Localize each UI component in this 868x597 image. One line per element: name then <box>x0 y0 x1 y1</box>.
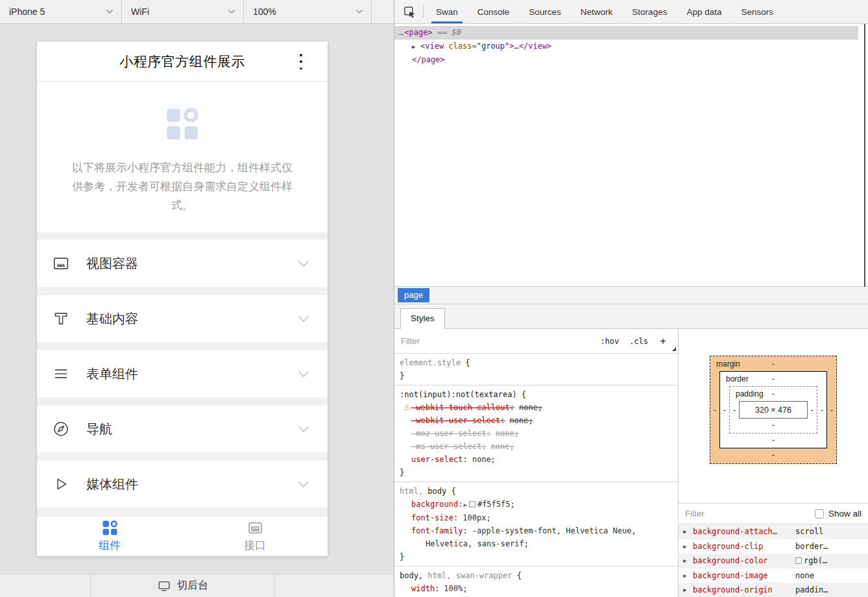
section-item-navigation[interactable]: 导航 <box>37 406 328 452</box>
monitor-icon <box>157 579 171 593</box>
element-row-view[interactable]: ▶<view class="group">…</view> <box>394 40 868 53</box>
show-all-checkbox[interactable] <box>815 509 824 518</box>
border-label: border <box>726 372 749 386</box>
chevron-down-icon <box>106 9 114 14</box>
devtools-tab-sensors[interactable]: Sensors <box>731 0 783 23</box>
resize-corner-icon[interactable] <box>672 347 676 351</box>
computed-property-row[interactable]: ▶ background-color rgb(… <box>679 554 868 568</box>
computed-property-row[interactable]: ▶ background-clip border… <box>679 539 868 554</box>
breadcrumb-item-page[interactable]: page <box>398 288 429 302</box>
css-property[interactable]: width:100%; <box>400 582 645 595</box>
ide-window: iPhone 5 WiFi 100% 小程序官方组件展示 <box>0 0 868 597</box>
border-bottom-value: - <box>772 435 775 445</box>
border-top-value: - <box>772 374 775 384</box>
rule-selector: element.style <box>400 358 461 367</box>
style-rule-html-body[interactable]: html, body { background:▶#f5f5f5; font-s… <box>394 482 678 567</box>
tab-styles[interactable]: Styles <box>400 308 445 329</box>
tab-label: Console <box>477 7 510 17</box>
devtools-tab-console[interactable]: Console <box>468 0 520 23</box>
switch-background-button[interactable]: 切后台 <box>91 574 275 597</box>
color-swatch[interactable] <box>469 501 476 507</box>
box-model-padding[interactable]: padding- - 320 × 476 - - <box>729 386 817 433</box>
switch-background-label: 切后台 <box>177 579 208 592</box>
section-item-form-components[interactable]: 表单组件 <box>37 350 328 397</box>
computed-properties-list: ▶ background-attach… scroll ▶ background… <box>679 524 868 597</box>
pseudo-state-toggle[interactable]: :hov <box>600 337 619 346</box>
expand-arrow-icon[interactable]: ▶ <box>412 40 420 54</box>
element-classes-toggle[interactable]: .cls <box>629 337 648 346</box>
devtools-tab-storages[interactable]: Storages <box>622 0 677 23</box>
kebab-menu-icon[interactable] <box>298 54 304 69</box>
style-rule-element-style[interactable]: element.style { } <box>394 354 678 385</box>
css-property[interactable]: -webkit-user-select:none; <box>400 414 645 427</box>
tab-components[interactable]: 组件 <box>37 517 182 556</box>
style-rule-not-input[interactable]: :not(input):not(textarea) { ⚠-webkit-tou… <box>394 385 678 482</box>
computed-property-value: none <box>795 571 814 580</box>
play-icon <box>53 476 69 493</box>
css-property[interactable]: font-size:100px; <box>400 511 645 524</box>
styles-filter-input[interactable]: Filter <box>401 336 590 346</box>
zoom-select-value: 100% <box>253 6 356 17</box>
computed-property-row[interactable]: ▶ background-attach… scroll <box>679 524 868 539</box>
devtools-tab-sources[interactable]: Sources <box>519 0 571 23</box>
expand-arrow-icon[interactable]: ▶ <box>683 528 693 535</box>
expand-arrow-icon[interactable]: ▶ <box>463 502 466 508</box>
app-tab-bar: 组件 接口 <box>37 516 328 556</box>
network-select-value: WiFi <box>131 6 228 17</box>
css-property[interactable]: font-family:-apple-system-font, Helvetic… <box>400 524 645 550</box>
section-item-media-components[interactable]: 媒体组件 <box>37 461 328 507</box>
toolbar-filler <box>372 0 394 23</box>
tab-label: App data <box>686 7 721 17</box>
devtools-tab-app-data[interactable]: App data <box>677 0 731 23</box>
box-model-content[interactable]: 320 × 476 <box>739 401 808 419</box>
tag-token: </view> <box>519 42 552 51</box>
expand-arrow-icon[interactable]: ▶ <box>683 557 693 564</box>
style-rule-body-html-wrapper[interactable]: body, html, swan-wrapper { width:100%; h… <box>394 567 678 597</box>
color-swatch[interactable] <box>795 557 802 564</box>
css-property[interactable]: background:▶#f5f5f5; <box>400 498 645 511</box>
components-grid-icon <box>102 520 118 536</box>
element-row-page-open[interactable]: …<page>== $0 <box>394 26 858 40</box>
new-style-rule-button[interactable]: + <box>660 335 666 348</box>
zoom-select[interactable]: 100% <box>244 0 372 23</box>
compass-icon <box>53 420 69 437</box>
section-gap <box>37 232 328 240</box>
computed-filter-input[interactable]: Filter <box>685 509 815 518</box>
computed-property-name: background-attach… <box>693 527 795 536</box>
section-item-basic-content[interactable]: 基础内容 <box>37 295 328 342</box>
border-left-value: - <box>720 386 729 433</box>
css-property[interactable]: user-select:none; <box>400 453 645 466</box>
simulator-toolbar: iPhone 5 WiFi 100% <box>0 0 394 24</box>
computed-property-row[interactable]: ▶ background-origin paddin… <box>679 583 868 597</box>
padding-top-value: - <box>772 389 775 398</box>
expand-arrow-icon[interactable]: ▶ <box>683 572 693 579</box>
devtools-tab-swan[interactable]: Swan <box>426 0 468 23</box>
expand-arrow-icon[interactable]: ▶ <box>683 543 693 550</box>
css-property[interactable]: -ms-user-select:none; <box>400 440 645 453</box>
box-model-border[interactable]: border- - padding- - 320 × 476 - <box>719 371 827 448</box>
network-select[interactable]: WiFi <box>122 0 244 23</box>
tab-label: Sensors <box>741 7 773 17</box>
devtools-pane: Swan Console Sources Network Storages Ap… <box>394 0 868 597</box>
simulator-pane: iPhone 5 WiFi 100% 小程序官方组件展示 <box>0 0 394 597</box>
device-select[interactable]: iPhone 5 <box>0 0 122 23</box>
tab-api[interactable]: 接口 <box>182 517 328 556</box>
phone-preview: 小程序官方组件展示 以下将展示小程序官方组件能力，组件样式仅供参考，开发者可根据… <box>37 42 328 556</box>
computed-property-row[interactable]: ▶ background-image none <box>679 568 868 583</box>
devtools-tab-network[interactable]: Network <box>571 0 623 23</box>
app-nav-bar: 小程序官方组件展示 <box>37 42 328 82</box>
rule-selector: body, <box>400 571 423 580</box>
simulator-stage: 小程序官方组件展示 以下将展示小程序官方组件能力，组件样式仅供参考，开发者可根据… <box>0 24 394 574</box>
section-item-view-container[interactable]: 视图容器 <box>37 240 328 287</box>
box-model-margin[interactable]: margin- - border- - padding- <box>710 356 837 464</box>
attr-value-token: "group" <box>477 42 510 51</box>
expand-arrow-icon[interactable]: ▶ <box>683 587 693 593</box>
breadcrumb: page <box>394 286 868 304</box>
padding-bottom-value: - <box>772 420 775 430</box>
warning-icon: ⚠ <box>404 401 411 414</box>
css-property[interactable]: -moz-user-select:none; <box>400 427 645 440</box>
css-property[interactable]: ⚠-webkit-touch-callout:none; <box>400 401 645 414</box>
inspect-element-button[interactable] <box>398 3 420 20</box>
element-row-page-close[interactable]: </page> <box>394 53 868 67</box>
computed-filter-bar: Filter Show all <box>679 503 868 524</box>
